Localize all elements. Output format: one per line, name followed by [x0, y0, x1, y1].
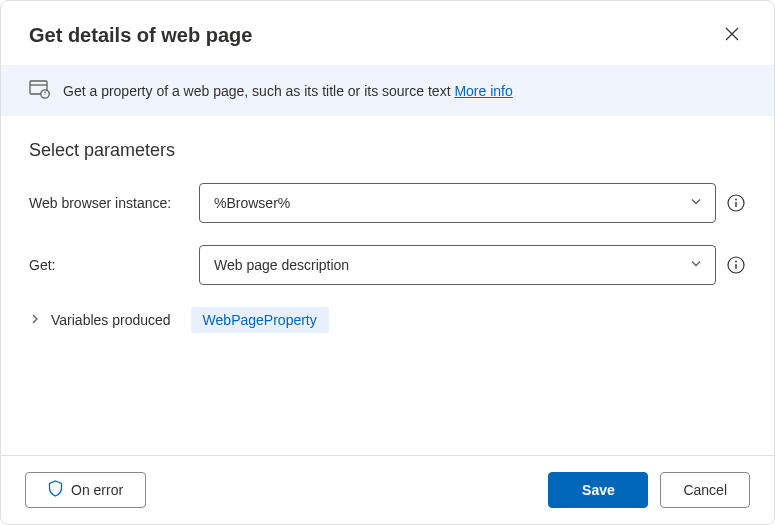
close-icon — [725, 27, 739, 44]
info-banner: Get a property of a web page, such as it… — [1, 65, 774, 116]
dialog-body: Select parameters Web browser instance: … — [1, 116, 774, 455]
info-banner-text: Get a property of a web page, such as it… — [63, 83, 454, 99]
variable-pill[interactable]: WebPageProperty — [191, 307, 329, 333]
expand-variables-toggle[interactable] — [29, 312, 41, 328]
shield-icon — [48, 480, 63, 500]
get-wrap: Web page description — [199, 245, 746, 285]
variables-produced-label: Variables produced — [51, 312, 171, 328]
label-get: Get: — [29, 257, 187, 273]
chevron-down-icon — [689, 195, 703, 212]
dialog-title: Get details of web page — [29, 24, 252, 47]
browser-instance-wrap: %Browser% — [199, 183, 746, 223]
browser-instance-select[interactable]: %Browser% — [199, 183, 716, 223]
browser-instance-value: %Browser% — [214, 195, 290, 211]
variables-produced-row: Variables produced WebPageProperty — [29, 307, 746, 333]
dialog-header: Get details of web page — [1, 1, 774, 65]
webpage-icon — [29, 79, 51, 102]
footer-right: Save Cancel — [548, 472, 750, 508]
cancel-label: Cancel — [683, 482, 727, 498]
more-info-link[interactable]: More info — [454, 83, 512, 99]
section-title: Select parameters — [29, 140, 746, 161]
svg-point-3 — [44, 93, 45, 94]
info-icon[interactable] — [726, 193, 746, 213]
get-select[interactable]: Web page description — [199, 245, 716, 285]
save-button[interactable]: Save — [548, 472, 648, 508]
svg-point-6 — [735, 199, 737, 201]
close-button[interactable] — [718, 21, 746, 49]
row-browser-instance: Web browser instance: %Browser% — [29, 183, 746, 223]
on-error-label: On error — [71, 482, 123, 498]
dialog: Get details of web page Get a property o… — [0, 0, 775, 525]
row-get: Get: Web page description — [29, 245, 746, 285]
label-browser-instance: Web browser instance: — [29, 195, 187, 211]
info-icon[interactable] — [726, 255, 746, 275]
chevron-right-icon — [29, 312, 41, 328]
chevron-down-icon — [689, 257, 703, 274]
get-value: Web page description — [214, 257, 349, 273]
svg-point-9 — [735, 261, 737, 263]
save-label: Save — [582, 482, 615, 498]
dialog-footer: On error Save Cancel — [1, 455, 774, 524]
info-banner-text-wrap: Get a property of a web page, such as it… — [63, 83, 513, 99]
on-error-button[interactable]: On error — [25, 472, 146, 508]
cancel-button[interactable]: Cancel — [660, 472, 750, 508]
